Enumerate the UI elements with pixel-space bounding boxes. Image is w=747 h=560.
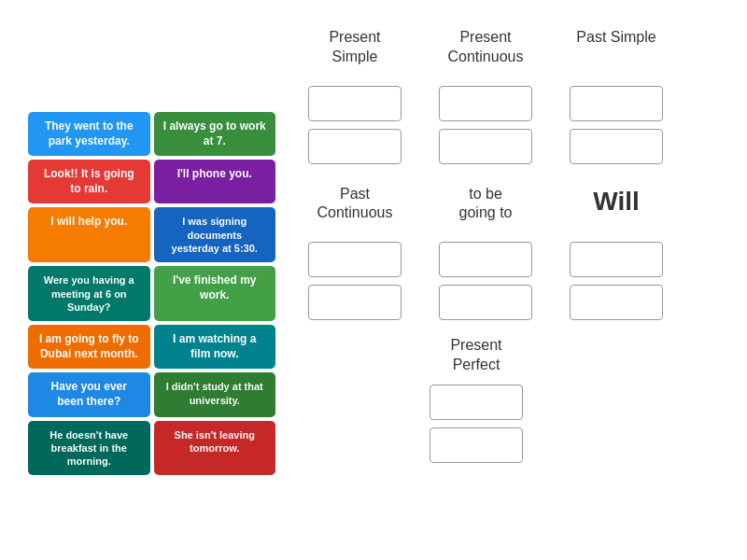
col-will <box>560 242 672 328</box>
drop-present-continuous-1[interactable] <box>439 86 532 121</box>
drop-will-1[interactable] <box>570 242 663 277</box>
col-past-continuous <box>299 242 411 328</box>
drop-present-perfect-1[interactable] <box>430 385 523 420</box>
col-to-be-going-to <box>430 242 542 328</box>
col-past-simple <box>560 86 672 172</box>
tile-4[interactable]: I'll phone you. <box>154 160 276 203</box>
drop-past-continuous-2[interactable] <box>308 285 402 320</box>
tile-6[interactable]: I was signing documents yesterday at 5:3… <box>154 207 276 262</box>
header-past-simple: Past Simple <box>560 28 672 67</box>
header-will: Will <box>560 185 672 224</box>
col-present-continuous <box>430 86 542 172</box>
drop-will-2[interactable] <box>570 285 663 320</box>
drop-past-continuous-1[interactable] <box>308 242 402 277</box>
header-past-continuous: PastContinuous <box>299 185 411 224</box>
drop-present-simple-2[interactable] <box>308 129 402 164</box>
header-present-continuous: PresentContinuous <box>430 28 542 67</box>
tile-12[interactable]: I didn't study at that university. <box>154 372 276 416</box>
header-present-perfect: PresentPerfect <box>430 336 523 375</box>
header-present-simple: PresentSimple <box>299 28 411 67</box>
tile-1[interactable]: They went to the park yesterday. <box>28 112 150 156</box>
drop-present-continuous-2[interactable] <box>439 129 532 164</box>
categories-panel: PresentSimple PresentContinuous Past Sim… <box>299 28 738 333</box>
tile-11[interactable]: Have you ever been there? <box>28 372 150 416</box>
drop-present-simple-1[interactable] <box>308 86 402 121</box>
present-perfect-section: PresentPerfect <box>430 336 523 470</box>
tile-10[interactable]: I am watching a film now. <box>154 325 276 369</box>
tile-2[interactable]: I always go to work at 7. <box>154 112 276 156</box>
tile-14[interactable]: She isn't leaving tomorrow. <box>154 421 276 476</box>
header-to-be-going-to: to begoing to <box>430 185 542 224</box>
drop-to-be-going-to-1[interactable] <box>439 242 532 277</box>
tile-5[interactable]: I will help you. <box>28 207 150 262</box>
tile-9[interactable]: I am going to fly to Dubai next month. <box>28 325 150 369</box>
tile-7[interactable]: Were you having a meeting at 6 on Sunday… <box>28 266 150 321</box>
drop-past-simple-1[interactable] <box>570 86 663 121</box>
drop-to-be-going-to-2[interactable] <box>439 285 532 320</box>
tile-3[interactable]: Look!! It is going to rain. <box>28 160 150 203</box>
tiles-panel: They went to the park yesterday.I always… <box>28 112 275 475</box>
tile-13[interactable]: He doesn't have breakfast in the morning… <box>28 421 150 476</box>
col-present-simple <box>299 86 411 172</box>
tile-8[interactable]: I've finished my work. <box>154 266 276 321</box>
drop-present-perfect-2[interactable] <box>430 427 523 463</box>
drop-past-simple-2[interactable] <box>570 129 663 164</box>
